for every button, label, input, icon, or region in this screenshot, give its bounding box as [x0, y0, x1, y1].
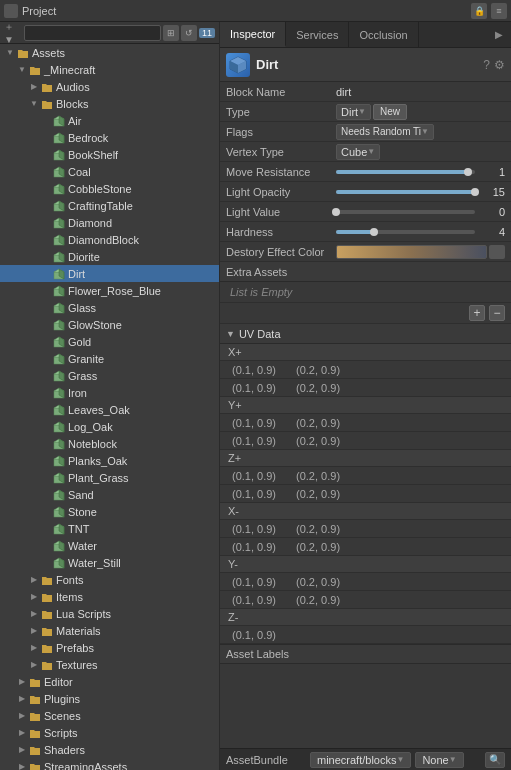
uv-val-right-Z+-1: (0.2, 0.9) [296, 488, 340, 500]
block-name-value[interactable]: dirt [336, 86, 505, 98]
extra-assets-header[interactable]: Extra Assets [220, 262, 511, 282]
hardness-track[interactable] [336, 230, 475, 234]
uv-val-left-X+-1: (0.1, 0.9) [232, 382, 276, 394]
tree-item-shaders[interactable]: Shaders [0, 741, 219, 758]
tree-item-block-bookshelf[interactable]: BookShelf [0, 146, 219, 163]
block-icon-flower_rose_blue [52, 284, 66, 298]
light-opacity-track[interactable] [336, 190, 475, 194]
tree-item-block-iron[interactable]: Iron [0, 384, 219, 401]
type-new-btn[interactable]: New [373, 104, 407, 120]
tree-item-lua[interactable]: Lua Scripts [0, 605, 219, 622]
search-input[interactable] [24, 25, 161, 41]
uv-row-Z--0: (0.1, 0.9) [220, 626, 511, 644]
asset-bundle-dropdown[interactable]: minecraft/blocks [310, 752, 411, 768]
asset-labels-header: Asset Labels [220, 644, 511, 664]
uv-val-right-Z+-0: (0.2, 0.9) [296, 470, 340, 482]
tree-item-block-diorite[interactable]: Diorite [0, 248, 219, 265]
tree-item-items[interactable]: Items [0, 588, 219, 605]
tree-item-block-noteblock[interactable]: Noteblock [0, 435, 219, 452]
light-value-track[interactable] [336, 210, 475, 214]
uv-val-left-Z+-1: (0.1, 0.9) [232, 488, 276, 500]
uv-val-left-Z--0: (0.1, 0.9) [232, 629, 276, 641]
tree-item-block-diamondblock[interactable]: DiamondBlock [0, 231, 219, 248]
tree-item-block-granite[interactable]: Granite [0, 350, 219, 367]
tab-more-btn[interactable]: ▶ [491, 27, 507, 43]
tree-item-block-gold[interactable]: Gold [0, 333, 219, 350]
uv-val-left-X--0: (0.1, 0.9) [232, 523, 276, 535]
help-icon[interactable]: ? [483, 58, 490, 72]
block-label-granite: Granite [68, 353, 104, 365]
tree-item-block-coal[interactable]: Coal [0, 163, 219, 180]
tree-item-block-planks_oak[interactable]: Planks_Oak [0, 452, 219, 469]
uv-val-left-Z+-0: (0.1, 0.9) [232, 470, 276, 482]
tree-item-block-sand[interactable]: Sand [0, 486, 219, 503]
uv-val-left-X+-0: (0.1, 0.9) [232, 364, 276, 376]
settings-icon[interactable]: ⚙ [494, 58, 505, 72]
light-value-value: 0 [481, 206, 505, 218]
uv-data-header[interactable]: ▼ UV Data [220, 324, 511, 344]
tree-item-textures[interactable]: Textures [0, 656, 219, 673]
block-icon-stone [52, 505, 66, 519]
folder-icon-plugins [28, 692, 42, 706]
tree-item-prefabs[interactable]: Prefabs [0, 639, 219, 656]
lock-btn[interactable]: 🔒 [471, 3, 487, 19]
tree-item-block-leaves_oak[interactable]: Leaves_Oak [0, 401, 219, 418]
tree-item-editor[interactable]: Editor [0, 673, 219, 690]
arrow-items [28, 591, 40, 603]
tree-item-scenes[interactable]: Scenes [0, 707, 219, 724]
asset-bundle-variant-dropdown[interactable]: None [415, 752, 463, 768]
tree-item-block-flower_rose_blue[interactable]: Flower_Rose_Blue [0, 282, 219, 299]
right-panel: Inspector Services Occlusion ▶ [220, 22, 511, 770]
tree-item-minecraft[interactable]: _Minecraft [0, 61, 219, 78]
asset-bundle-search-btn[interactable]: 🔍 [485, 752, 505, 768]
flags-dropdown[interactable]: Needs Random Ti [336, 124, 434, 140]
destroy-color-btn[interactable] [489, 245, 505, 259]
move-resistance-track[interactable] [336, 170, 475, 174]
block-label-diorite: Diorite [68, 251, 100, 263]
list-remove-btn[interactable]: − [489, 305, 505, 321]
tab-services[interactable]: Services [286, 22, 349, 47]
menu-btn[interactable]: ≡ [491, 3, 507, 19]
tree-item-streaming[interactable]: StreamingAssets [0, 758, 219, 770]
tree-item-block-stone[interactable]: Stone [0, 503, 219, 520]
plugins-label: Plugins [44, 693, 80, 705]
block-icon-diamond [52, 216, 66, 230]
tree-item-block-tnt[interactable]: TNT [0, 520, 219, 537]
tree-item-block-plant_grass[interactable]: Plant_Grass [0, 469, 219, 486]
tree-item-materials[interactable]: Materials [0, 622, 219, 639]
tab-occlusion[interactable]: Occlusion [349, 22, 418, 47]
tree-item-fonts[interactable]: Fonts [0, 571, 219, 588]
tree-item-block-dirt[interactable]: Dirt [0, 265, 219, 282]
tree-item-block-log_oak[interactable]: Log_Oak [0, 418, 219, 435]
tree-item-block-grass[interactable]: Grass [0, 367, 219, 384]
tree-item-plugins[interactable]: Plugins [0, 690, 219, 707]
destroy-color-preview[interactable] [336, 245, 487, 259]
tree-item-block-bedrock[interactable]: Bedrock [0, 129, 219, 146]
uv-data-label: UV Data [239, 328, 281, 340]
tab-inspector[interactable]: Inspector [220, 22, 286, 47]
tree-item-block-diamond[interactable]: Diamond [0, 214, 219, 231]
vertex-type-dropdown[interactable]: Cube [336, 144, 380, 160]
tab-inspector-label: Inspector [230, 28, 275, 40]
tree-item-block-cobblestone[interactable]: CobbleStone [0, 180, 219, 197]
add-icon[interactable]: ＋▼ [4, 22, 22, 45]
tree-item-block-glass[interactable]: Glass [0, 299, 219, 316]
tree-item-block-water_still[interactable]: Water_Still [0, 554, 219, 571]
refresh-btn[interactable]: ↺ [181, 25, 197, 41]
list-add-btn[interactable]: + [469, 305, 485, 321]
type-dropdown[interactable]: Dirt [336, 104, 371, 120]
tree-item-assets[interactable]: Assets [0, 44, 219, 61]
project-icon [4, 4, 18, 18]
tree-item-block-craftingtable[interactable]: CraftingTable [0, 197, 219, 214]
tree-item-block-glowstone[interactable]: GlowStone [0, 316, 219, 333]
tree-item-scripts[interactable]: Scripts [0, 724, 219, 741]
tree-item-block-water[interactable]: Water [0, 537, 219, 554]
filter-btn[interactable]: ⊞ [163, 25, 179, 41]
prop-light-value: Light Value 0 [220, 202, 511, 222]
block-label-noteblock: Noteblock [68, 438, 117, 450]
tree-item-audios[interactable]: Audios [0, 78, 219, 95]
arrow-prefabs [28, 642, 40, 654]
block-icon-tnt [52, 522, 66, 536]
tree-item-blocks[interactable]: Blocks [0, 95, 219, 112]
tree-item-block-air[interactable]: Air [0, 112, 219, 129]
